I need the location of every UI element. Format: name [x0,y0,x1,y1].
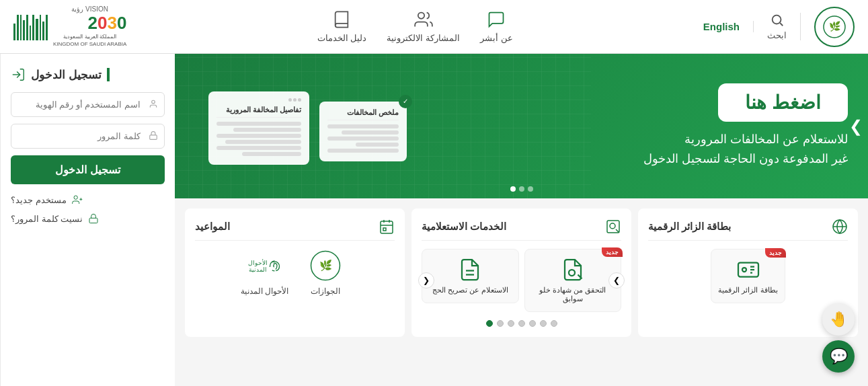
passport-icon: 🌿 [310,250,341,281]
login-button[interactable]: تسجيل الدخول [11,155,165,184]
username-input[interactable] [11,92,165,117]
inquiry-services-header: الخدمات الاستعلامية [422,219,621,241]
add-user-icon [72,194,83,205]
svg-text:🌿: 🌿 [829,21,841,32]
visitor-card-item[interactable]: جديد بطاقة الزائر الرقمية [711,249,785,303]
visitor-card-item-label: بطاقة الزائر الرقمية [718,286,777,295]
svg-rect-19 [383,228,386,231]
header-nav: عن أبشر المشاركة الالكترونية دليل الخدما… [317,10,513,43]
visitor-card-header: بطاقة الزائر الرقمية [648,219,848,241]
dot-6[interactable] [497,320,504,327]
appointments-section: المواعيد 🌿 الجوازات [185,208,405,337]
search-button[interactable]: ابحث [767,13,801,40]
dot-4[interactable] [518,320,525,327]
main-container: ✓ ملخص المخالفات تفاصيل المخالفة المروري… [0,54,868,386]
check-clearance-item[interactable]: جديد التحقق من شهادة خلو سوابق [524,249,622,312]
svg-point-9 [610,223,615,229]
content-area: ✓ ملخص المخالفات تفاصيل المخالفة المروري… [175,54,868,386]
login-icon [11,67,26,82]
dot-2[interactable] [540,320,547,327]
inquiry-services-section: الخدمات الاستعلامية ❮ جديد التحقق [411,208,631,337]
new-user-link[interactable]: مستخدم جديد؟ [11,194,165,205]
password-input[interactable] [11,124,165,149]
forgot-password-label: نسيت كلمة المرور؟ [11,214,83,224]
banner-subtitle: للاستعلام عن المخالفات المرورية غير المد… [643,130,848,169]
passports-label: الجوازات [311,286,340,296]
nav-absher[interactable]: عن أبشر [480,10,513,43]
civil-affairs-item[interactable]: الأحوال المدنية الأحوال المدنية [238,249,292,296]
doc-search-icon [561,258,585,282]
new-badge: جديد [765,248,786,258]
hero-banner[interactable]: ✓ ملخص المخالفات تفاصيل المخالفة المروري… [175,54,868,198]
lock-icon [149,130,158,142]
search-icon [770,13,785,28]
banner-next-arrow[interactable]: ❯ [849,117,863,136]
calendar-icon [379,219,395,235]
check-clearance-label: التحقق من شهادة خلو سوابق [532,286,615,303]
forgot-lock-icon [88,213,99,224]
svg-point-11 [569,270,575,276]
password-wrapper [11,124,165,149]
search-label: ابحث [767,30,787,40]
vision-sub: المملكة العربية السعوديةKINGDOM OF SAUDI… [53,34,126,48]
support-chat-button[interactable]: 💬 [822,340,855,373]
dot-1[interactable] [551,320,557,327]
vision-text: VISION رؤية [53,5,126,13]
nav-absher-label: عن أبشر [480,33,513,43]
violations-summary-card: ✓ ملخص المخالفات [319,102,407,161]
nav-e-participation[interactable]: المشاركة الالكترونية [387,10,460,43]
svg-rect-7 [738,263,758,277]
new-user-label: مستخدم جديد؟ [11,195,67,205]
support-hand-button[interactable]: 🤚 [822,303,855,336]
dot-3[interactable] [529,320,536,327]
svg-rect-15 [381,221,393,233]
dot-7[interactable] [486,320,493,327]
doc-icon [458,258,482,282]
passports-item[interactable]: 🌿 الجوازات [299,249,352,296]
banner-click-text[interactable]: اضغط هنا [718,83,848,122]
user-icon [149,99,158,110]
inquiry-prev-arrow[interactable]: ❮ [418,272,434,288]
fingerprint-icon [268,250,282,281]
card2-title: تفاصيل المخالفة المرورية [216,106,301,118]
dot-5[interactable] [508,320,514,327]
language-toggle[interactable]: English [703,21,754,32]
vision-2030-logo: VISION رؤية 2030 المملكة العربية السعودي… [13,5,126,48]
green-bar [107,68,110,81]
login-sidebar: تسجيل الدخول تسجيل الدخول [0,54,175,386]
svg-line-3 [780,23,783,26]
globe-icon [832,219,848,235]
new-badge-clearance: جديد [602,247,623,257]
header: 🌿 ابحث English عن أبشر [0,0,868,54]
appointments-items: 🌿 الجوازات [195,249,395,296]
banner-text: اضغط هنا للاستعلام عن المخالفات المرورية… [643,83,848,169]
login-section-title: تسجيل الدخول [11,67,165,82]
nav-e-participation-label: المشاركة الالكترونية [387,33,460,43]
search-box-icon [605,219,621,235]
hajj-permit-item[interactable]: الاستعلام عن تصريح الحج [422,249,519,312]
check-icon: ✓ [399,95,412,108]
inquiry-next-arrow[interactable]: ❯ [608,272,625,288]
nav-service-guide[interactable]: دليل الخدمات [317,10,367,43]
visitor-card-items: جديد بطاقة الزائر الرقمية [648,249,848,303]
card1-title: ملخص المخالفات [327,108,399,120]
visitor-card-title: بطاقة الزائر الرقمية [648,221,731,233]
svg-rect-28 [89,218,97,223]
appointments-header: المواعيد [195,219,395,241]
header-left: 🌿 ابحث English [703,7,855,47]
chat-icon [487,10,506,29]
svg-rect-24 [150,134,157,139]
civil-affairs-label: الأحوال المدنية [241,286,288,296]
svg-point-4 [418,13,424,19]
banner-phone-mockups: ✓ ملخص المخالفات تفاصيل المخالفة المروري… [208,88,407,165]
svg-point-25 [74,196,77,199]
banner-dots [510,186,533,192]
barcode-decoration [13,13,48,40]
violation-details-card: تفاصيل المخالفة المرورية [208,91,309,165]
book-icon [332,10,351,29]
forgot-password-link[interactable]: نسيت كلمة المرور؟ [11,213,165,224]
nav-service-guide-label: دليل الخدمات [317,33,367,43]
inquiry-services-title: الخدمات الاستعلامية [422,221,506,233]
services-row: بطاقة الزائر الرقمية جديد بطاقة الزائر ا… [175,198,868,337]
people-icon [414,10,433,29]
